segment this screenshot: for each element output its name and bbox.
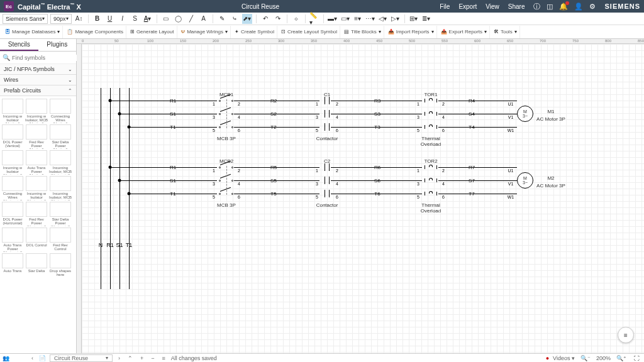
stencil-item[interactable]: Connecting Wires (Horizontal) [1,176,24,200]
stencil-item[interactable]: Incoming Isolator, MCB (Horizontal) [49,150,72,175]
italic-button[interactable]: I [118,14,128,24]
text-tool[interactable]: A [199,14,209,24]
tab-plugins[interactable]: Plugins [38,39,77,51]
page-menu-button[interactable]: ≡ [160,355,167,361]
stencil-item[interactable]: Auto Trans [1,253,24,278]
zoom-out-button[interactable]: 🔍⁻ [579,355,592,361]
rect-tool[interactable]: ▭ [161,14,171,24]
pointer-tool[interactable]: ⬈▾ [242,14,252,24]
line-style[interactable]: ≡▾ [353,14,363,24]
manage-databases-button[interactable]: 🗄Manage Databases▾ [3,26,63,38]
symbol-search[interactable]: 🔍 ≡ [0,52,76,64]
tab-stencils[interactable]: Stencils [0,39,38,51]
user-icon[interactable]: 👤 [574,3,583,11]
ellipse-tool[interactable]: ◯ [174,14,184,24]
bookmark-icon[interactable]: ◫ [547,3,553,11]
stencil-item[interactable]: Star Delta [25,253,48,278]
distribute-button[interactable]: ≣▾ [421,14,431,24]
manage-components-button[interactable]: 📋Manage Components [64,26,126,38]
pencil-tool[interactable]: ✎ [217,14,227,24]
font-size-select[interactable]: 90px ▾ [50,14,72,24]
create-layout-symbol-button[interactable]: ⊡Create Layout Symbol [279,26,340,38]
section-wires[interactable]: Wires⌄ [0,75,76,85]
stencil-item[interactable]: DOL Power (Vertical) [1,124,24,149]
stencil-item[interactable]: Auto Trans Power (Horizontal) [1,228,24,252]
add-page-button[interactable]: + [138,355,145,361]
arrow-start[interactable]: ◁▾ [378,14,388,24]
stencil-item[interactable]: Incoming w Isolator (Vertical) [1,99,24,123]
generate-layout-button[interactable]: ⊞Generate Layout [128,26,177,38]
tools-button[interactable]: 🛠Tools▾ [491,26,520,38]
sheet-name[interactable]: Circuit Reuse▾ [50,354,113,362]
menu-file[interactable]: File [440,3,450,10]
canvas-area: 0501001502002503003504004505005506006507… [77,39,644,353]
strike-button[interactable]: S [130,14,140,24]
remove-page-button[interactable]: − [149,355,156,361]
fullscreen-button[interactable]: ⛶ [632,355,641,361]
underline-button[interactable]: U [105,14,115,24]
line-tool[interactable]: ╱ [186,14,196,24]
record-icon[interactable]: ● [546,355,549,361]
motor-symbol: M3~ [517,172,533,189]
undo-button[interactable]: ↶ [260,14,270,24]
section-prefab[interactable]: Prefab Circuits⌃ [0,85,76,96]
stencil-item[interactable]: Fwd Rev Control [49,228,72,252]
float-menu-button[interactable]: ≡ [618,327,634,343]
chevron-down-icon: ⌄ [68,67,72,72]
page-up-button[interactable]: ⌃ [126,355,135,361]
create-symbol-button[interactable]: ✦Create Symbol [232,26,277,38]
fill-color[interactable]: ▬▾ [328,14,338,24]
text-color-button[interactable]: A▾ [143,14,153,24]
stencil-item[interactable]: Incoming Isolator, MCB (Horizontal) [49,176,72,200]
manage-wirings-button[interactable]: ΨManage Wirings▾ [179,26,231,38]
menu-view[interactable]: View [486,3,499,10]
stencil-item[interactable]: Fwd Rev Power (Horizontal) [25,202,48,226]
brand-label: SIEMENS [604,3,640,10]
page-icon: 📄 [39,355,46,361]
redo-button[interactable]: ↷ [273,14,283,24]
drawing-canvas[interactable]: NR1S1T1R112R212R312R4U1S134S234S334S4V1T… [82,44,644,353]
import-reports-button[interactable]: 📥Import Reports▾ [386,26,437,38]
arrow-end[interactable]: ▷▾ [391,14,401,24]
zoom-in-button[interactable]: 🔍⁺ [614,355,628,361]
help-icon[interactable]: ⓘ [533,2,540,11]
stencil-item[interactable]: Connecting Wires (Vertical) [49,99,72,123]
line-color[interactable]: ▭▾ [340,14,350,24]
stencil-item[interactable]: DOL Control [25,228,48,252]
section-jic-nfpa[interactable]: JIC / NFPA Symbols⌄ [0,64,76,75]
connector-tool[interactable]: ⤷ [230,14,240,24]
stencil-item[interactable]: Star Delta Power (Horizontal) [49,202,72,226]
format-painter[interactable]: ⟐ [291,14,301,24]
zoom-level[interactable]: 200% [596,355,611,361]
stencil-item[interactable]: Incoming w Isolator (Horizontal) [25,176,48,200]
prev-page-button[interactable]: ‹ [30,355,35,361]
stencil-item[interactable]: Auto Trans Power (Vertical) [25,150,48,175]
stencil-item[interactable]: Drop shapes here [49,253,72,278]
next-page-button[interactable]: › [116,355,122,361]
measure-tool[interactable]: 📏▾ [309,14,319,24]
settings-icon[interactable]: ⚙ [589,3,596,11]
search-input[interactable] [12,55,82,61]
menu-export[interactable]: Export [458,3,477,10]
font-size-stepper[interactable]: A↕ [74,14,84,24]
stencil-item[interactable]: Incoming w Isolator (Horizontal) [1,150,24,175]
notification-icon[interactable]: 🔔 [559,3,568,11]
line-pattern[interactable]: ⋯▾ [365,14,375,24]
search-icon: 🔍 [3,54,10,61]
menu-share[interactable]: Share [508,3,525,10]
stencil-item[interactable]: Star Delta Power (Vertical) [49,124,72,149]
font-select[interactable]: Siemens Sans ▾ [3,14,48,24]
bold-button[interactable]: B [92,14,103,24]
stencil-item[interactable]: Fwd Rev Power (Vertical) [25,124,48,149]
export-reports-button[interactable]: 📤Export Reports▾ [438,26,490,38]
doc-title: Circuit Reuse [81,3,440,10]
save-status: All changes saved [171,355,217,361]
collab-icon[interactable]: 👥 [3,355,9,361]
stencil-item[interactable]: Incoming w Isolator, MCB (Vertical) [25,99,48,123]
videos-button[interactable]: Videos ▾ [553,355,575,361]
align-button[interactable]: ⊞▾ [409,14,419,24]
title-blocks-button[interactable]: ▤Title Blocks▾ [341,26,384,38]
stencil-item[interactable]: DOL Power (Horizontal) [1,202,24,226]
chevron-down-icon: ⌄ [68,77,72,83]
titlebar: Ec Capital™ Electra™ X Circuit Reuse Fil… [0,0,644,13]
